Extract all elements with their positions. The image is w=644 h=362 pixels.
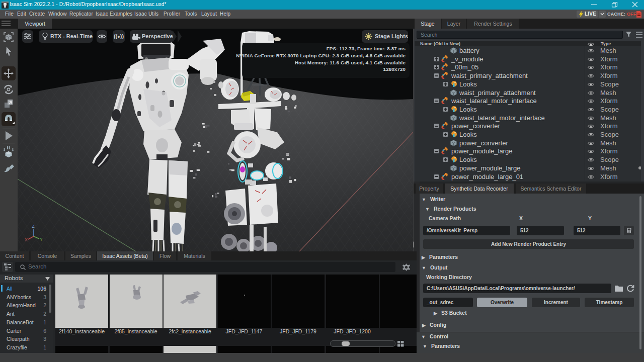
svg-text:X: X: [25, 237, 28, 242]
svg-text:Z: Z: [32, 224, 35, 229]
svg-text:Y: Y: [40, 237, 43, 242]
